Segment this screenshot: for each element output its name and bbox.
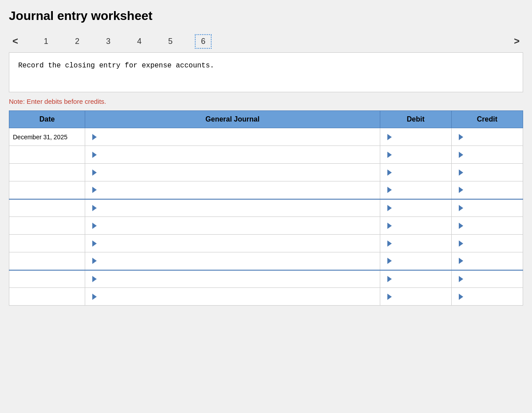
- debit-cell-9[interactable]: [380, 270, 451, 288]
- nav-item-6[interactable]: 6: [195, 34, 212, 49]
- header-credit: Credit: [451, 111, 523, 128]
- debit-input-1[interactable]: [387, 128, 451, 146]
- journal-input-9[interactable]: [92, 271, 380, 288]
- debit-input-8[interactable]: [387, 252, 451, 270]
- credit-cell-2[interactable]: [451, 146, 523, 164]
- debit-input-9[interactable]: [387, 271, 451, 288]
- debit-cell-7[interactable]: [380, 235, 451, 252]
- journal-cell-6[interactable]: [85, 217, 380, 235]
- debit-input-2[interactable]: [387, 146, 451, 163]
- table-row: December 31, 2025: [9, 128, 523, 146]
- debit-cell-2[interactable]: [380, 146, 451, 164]
- debit-input-5[interactable]: [387, 200, 451, 217]
- nav-left-arrow[interactable]: <: [9, 34, 22, 49]
- credit-cell-10[interactable]: [451, 288, 523, 306]
- debit-cell-4[interactable]: [380, 181, 451, 199]
- journal-cell-2[interactable]: [85, 146, 380, 164]
- credit-input-2[interactable]: [459, 146, 523, 163]
- credit-input-8[interactable]: [459, 252, 523, 270]
- journal-input-5[interactable]: [92, 200, 380, 217]
- instruction-text: Record the closing entry for expense acc…: [18, 62, 214, 70]
- debit-arrow-7: [387, 240, 392, 247]
- cell-arrow-3: [92, 169, 97, 176]
- date-cell-8: [9, 252, 85, 270]
- nav-item-5[interactable]: 5: [164, 35, 177, 48]
- debit-cell-6[interactable]: [380, 217, 451, 235]
- journal-cell-3[interactable]: [85, 164, 380, 181]
- journal-cell-9[interactable]: [85, 270, 380, 288]
- credit-arrow-5: [459, 205, 463, 211]
- journal-input-6[interactable]: [92, 217, 380, 234]
- journal-input-7[interactable]: [92, 235, 380, 252]
- table-header-row: Date General Journal Debit Credit: [9, 111, 523, 128]
- credit-cell-4[interactable]: [451, 181, 523, 199]
- journal-input-2[interactable]: [92, 146, 380, 163]
- header-general-journal: General Journal: [85, 111, 380, 128]
- credit-input-4[interactable]: [459, 181, 523, 199]
- nav-item-2[interactable]: 2: [71, 35, 84, 48]
- credit-input-7[interactable]: [459, 235, 523, 252]
- credit-cell-3[interactable]: [451, 164, 523, 181]
- date-cell-1: December 31, 2025: [9, 128, 85, 146]
- debit-cell-5[interactable]: [380, 199, 451, 217]
- credit-input-6[interactable]: [459, 217, 523, 234]
- journal-cell-10[interactable]: [85, 288, 380, 306]
- credit-arrow-3: [459, 169, 463, 176]
- debit-input-3[interactable]: [387, 164, 451, 181]
- date-cell-10: [9, 288, 85, 306]
- debit-cell-8[interactable]: [380, 252, 451, 270]
- credit-input-9[interactable]: [459, 271, 523, 288]
- debit-cell-10[interactable]: [380, 288, 451, 306]
- date-value-1: December 31, 2025: [13, 134, 67, 141]
- nav-item-1[interactable]: 1: [39, 35, 53, 48]
- debit-cell-3[interactable]: [380, 164, 451, 181]
- debit-arrow-1: [387, 134, 392, 140]
- credit-input-1[interactable]: [459, 128, 523, 146]
- debit-arrow-5: [387, 205, 392, 211]
- journal-cell-7[interactable]: [85, 235, 380, 252]
- cell-arrow-10: [92, 294, 97, 300]
- credit-input-5[interactable]: [459, 200, 523, 217]
- journal-input-8[interactable]: [92, 252, 380, 270]
- journal-input-10[interactable]: [92, 288, 380, 305]
- debit-input-7[interactable]: [387, 235, 451, 252]
- table-row: [9, 199, 523, 217]
- credit-cell-5[interactable]: [451, 199, 523, 217]
- nav-item-4[interactable]: 4: [133, 35, 146, 48]
- debit-cell-1[interactable]: [380, 128, 451, 146]
- credit-cell-7[interactable]: [451, 235, 523, 252]
- credit-cell-8[interactable]: [451, 252, 523, 270]
- debit-input-4[interactable]: [387, 181, 451, 199]
- journal-cell-8[interactable]: [85, 252, 380, 270]
- journal-cell-4[interactable]: [85, 181, 380, 199]
- nav-right-arrow[interactable]: >: [510, 34, 523, 49]
- journal-cell-5[interactable]: [85, 199, 380, 217]
- cell-arrow-5: [92, 205, 97, 211]
- nav-item-3[interactable]: 3: [102, 35, 115, 48]
- journal-input-1[interactable]: [92, 128, 380, 146]
- note-text: Note: Enter debits before credits.: [9, 98, 523, 105]
- credit-cell-9[interactable]: [451, 270, 523, 288]
- journal-input-3[interactable]: [92, 164, 380, 181]
- table-row: [9, 217, 523, 235]
- date-cell-5: [9, 199, 85, 217]
- debit-input-10[interactable]: [387, 288, 451, 305]
- debit-input-6[interactable]: [387, 217, 451, 234]
- date-cell-2: [9, 146, 85, 164]
- journal-input-4[interactable]: [92, 181, 380, 199]
- credit-input-3[interactable]: [459, 164, 523, 181]
- journal-cell-1[interactable]: [85, 128, 380, 146]
- cell-arrow-8: [92, 258, 97, 264]
- date-cell-4: [9, 181, 85, 199]
- debit-arrow-10: [387, 294, 392, 300]
- navigation-bar: < 1 2 3 4 5 6 >: [9, 30, 523, 52]
- debit-arrow-8: [387, 258, 392, 264]
- credit-arrow-7: [459, 240, 463, 247]
- credit-input-10[interactable]: [459, 288, 523, 305]
- cell-arrow-7: [92, 240, 97, 247]
- credit-cell-6[interactable]: [451, 217, 523, 235]
- credit-cell-1[interactable]: [451, 128, 523, 146]
- table-row: [9, 252, 523, 270]
- cell-arrow-4: [92, 187, 97, 193]
- table-row: [9, 146, 523, 164]
